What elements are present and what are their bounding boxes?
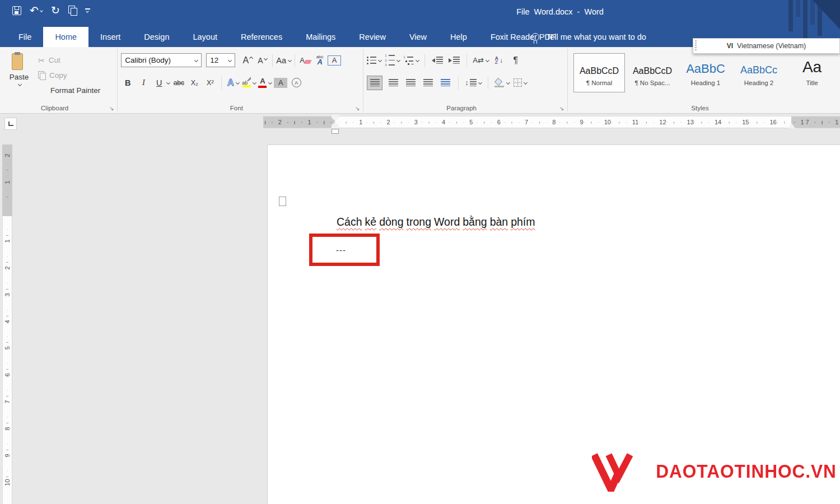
ruler-unit: · ı ·5 bbox=[5, 325, 10, 352]
language-popup[interactable]: VI Vietnamese (Vietnam) bbox=[693, 38, 840, 54]
align-right-button[interactable] bbox=[404, 76, 417, 90]
style-item[interactable]: AaBbC Heading 1 bbox=[680, 53, 731, 92]
ribbon-tab[interactable]: File bbox=[7, 27, 43, 47]
ruler-unit: · ı ·11 bbox=[611, 116, 638, 128]
font-name-combo[interactable]: Calibri (Body) bbox=[121, 53, 202, 67]
justify-button[interactable] bbox=[421, 76, 435, 90]
change-case-button[interactable]: Aa bbox=[276, 53, 291, 68]
ruler-unit: · ı ·15 bbox=[721, 116, 749, 128]
strikethrough-button[interactable]: abc bbox=[172, 76, 185, 90]
highlight-button[interactable]: ab bbox=[242, 76, 256, 90]
grow-font-button[interactable]: A bbox=[241, 53, 254, 68]
increase-indent-button[interactable] bbox=[447, 53, 461, 68]
align-center-button[interactable] bbox=[386, 76, 400, 90]
ruler-strip[interactable]: ı · 2 · ı · 1 · ı · · ı ·1 · ı ·2 · ı ·3 bbox=[263, 116, 840, 128]
watermark-text: DAOTAOTINHOC.VN bbox=[656, 460, 837, 482]
heading-word: Cách bbox=[337, 216, 362, 228]
drag-handle-icon bbox=[695, 40, 697, 52]
enclose-characters-button[interactable]: A bbox=[290, 76, 303, 90]
ribbon-tab[interactable]: Home bbox=[43, 27, 88, 47]
ribbon-tab[interactable]: View bbox=[398, 27, 438, 47]
copy-pages-icon[interactable] bbox=[68, 6, 77, 15]
style-item[interactable]: AaBbCcD ¶ No Spac... bbox=[627, 53, 678, 92]
customize-qat-icon[interactable] bbox=[85, 8, 90, 12]
style-item[interactable]: Aa Title bbox=[786, 53, 838, 92]
format-painter-button[interactable]: Format Painter bbox=[38, 83, 100, 98]
cut-button[interactable]: ✂ Cut bbox=[38, 53, 100, 68]
italic-button[interactable]: I bbox=[137, 76, 150, 90]
style-item[interactable]: AaBbCc Heading 2 bbox=[733, 53, 785, 92]
language-code: VI bbox=[727, 42, 733, 50]
shrink-font-button[interactable]: A bbox=[255, 53, 269, 68]
superscript-button[interactable]: X² bbox=[203, 76, 217, 90]
ribbon-tab[interactable]: Design bbox=[132, 27, 181, 47]
ruler-unit: · ı ·3 bbox=[390, 116, 418, 128]
phonetic-guide-button[interactable]: abcA bbox=[313, 53, 326, 68]
ribbon-tab[interactable]: Layout bbox=[181, 27, 229, 47]
show-paragraph-marks-button[interactable]: ¶ bbox=[509, 53, 522, 68]
sort-button[interactable]: AZ ↓ bbox=[492, 53, 506, 68]
clear-formatting-button[interactable]: A bbox=[298, 53, 312, 68]
ruler-unit: 1· ı · bbox=[5, 179, 10, 206]
bold-button[interactable]: B bbox=[121, 76, 134, 90]
undo-icon[interactable]: ↶ bbox=[30, 5, 43, 16]
underline-options-chevron[interactable] bbox=[166, 81, 170, 85]
numbering-button[interactable]: 1 2 3 bbox=[385, 53, 400, 68]
chevron-down-icon bbox=[17, 82, 21, 86]
ruler-unit: · ı ·1 bbox=[335, 116, 362, 128]
redo-icon[interactable]: ↻ bbox=[51, 5, 60, 16]
typed-dashes[interactable]: --- bbox=[336, 245, 346, 255]
sort-az-icon: AZ bbox=[495, 57, 498, 64]
ruler-unit: · ı ·8 bbox=[528, 116, 556, 128]
document-heading[interactable]: CáchkẻdòngtrongWordbằngbànphím bbox=[337, 216, 538, 228]
tab-stop-selector[interactable] bbox=[4, 118, 17, 130]
tell-me-box[interactable]: Tell me what you want to do bbox=[531, 27, 646, 47]
title-bar: ↶ ↻ File Word.docx - Word bbox=[0, 0, 840, 27]
watermark-logo-icon bbox=[592, 450, 640, 492]
distributed-button[interactable] bbox=[438, 76, 452, 90]
bullets-button[interactable] bbox=[367, 53, 381, 68]
word-window: ↶ ↻ File Word.docx - Word File Home Inse… bbox=[0, 0, 840, 504]
font-color-button[interactable]: A bbox=[258, 76, 272, 90]
borders-button[interactable] bbox=[514, 76, 527, 90]
multilevel-list-button[interactable]: 1 bbox=[403, 53, 419, 68]
ruler-unit: · ı ·6 bbox=[5, 351, 10, 378]
ruler-unit: · ı ·6 bbox=[473, 116, 500, 128]
subscript-button[interactable]: X₂ bbox=[188, 76, 201, 90]
ruler-right-margin: · 17 · ı · 18 bbox=[791, 116, 840, 128]
font-dialog-launcher[interactable]: ↘ bbox=[355, 105, 360, 111]
tell-me-label: Tell me what you want to do bbox=[546, 32, 646, 41]
ribbon-tab[interactable]: Mailings bbox=[294, 27, 347, 47]
shading-button[interactable] bbox=[494, 76, 510, 90]
left-indent-marker[interactable] bbox=[332, 129, 339, 134]
character-shading-button[interactable]: A bbox=[274, 78, 287, 88]
ribbon-tab[interactable]: References bbox=[229, 27, 294, 47]
paste-button[interactable]: Paste bbox=[3, 50, 35, 102]
style-item[interactable]: AaBbCcD ¶ Normal bbox=[573, 53, 625, 92]
styles-gallery: AaBbCcD ¶ Normal AaBbCcD ¶ No Spac... Aa… bbox=[571, 50, 838, 92]
ruler-unit: · ı ·13 bbox=[666, 116, 694, 128]
ribbon-tab[interactable]: Review bbox=[347, 27, 398, 47]
ribbon-tab[interactable]: Help bbox=[438, 27, 479, 47]
character-border-button[interactable]: A bbox=[328, 55, 341, 66]
save-icon[interactable] bbox=[12, 6, 21, 15]
vertical-ruler[interactable]: 2· ı · 1· ı · · ı ·1 · ı ·2 · ı ·3 bbox=[2, 140, 12, 504]
paragraph-dialog-launcher[interactable]: ↘ bbox=[559, 105, 564, 111]
ruler-units: · ı ·1 · ı ·2 · ı ·3 · ı ·4 bbox=[335, 116, 777, 128]
paragraph-group: 1 2 3 1 A⇄ AZ bbox=[363, 47, 567, 113]
copy-button[interactable]: Copy bbox=[38, 68, 100, 83]
text-effects-button[interactable]: A bbox=[226, 76, 240, 90]
decrease-indent-button[interactable] bbox=[431, 53, 444, 68]
ruler-unit: · ı ·14 bbox=[694, 116, 721, 128]
ribbon-tab[interactable]: Insert bbox=[88, 27, 132, 47]
window-title: File Word.docx - Word bbox=[476, 7, 644, 16]
styles-group: AaBbCcD ¶ Normal AaBbCcD ¶ No Spac... Aa… bbox=[568, 47, 840, 113]
clipboard-dialog-launcher[interactable]: ↘ bbox=[109, 105, 114, 111]
align-left-button[interactable] bbox=[367, 76, 382, 90]
asian-layout-button[interactable]: A⇄ bbox=[473, 53, 489, 68]
underline-button[interactable]: U bbox=[152, 76, 166, 90]
clipboard-group: Paste ✂ Cut Copy Format Painter bbox=[0, 47, 117, 113]
line-spacing-button[interactable]: ↕ bbox=[465, 76, 482, 90]
font-size-combo[interactable]: 12 bbox=[206, 53, 235, 67]
ruler-unit: · ı ·4 bbox=[418, 116, 445, 128]
